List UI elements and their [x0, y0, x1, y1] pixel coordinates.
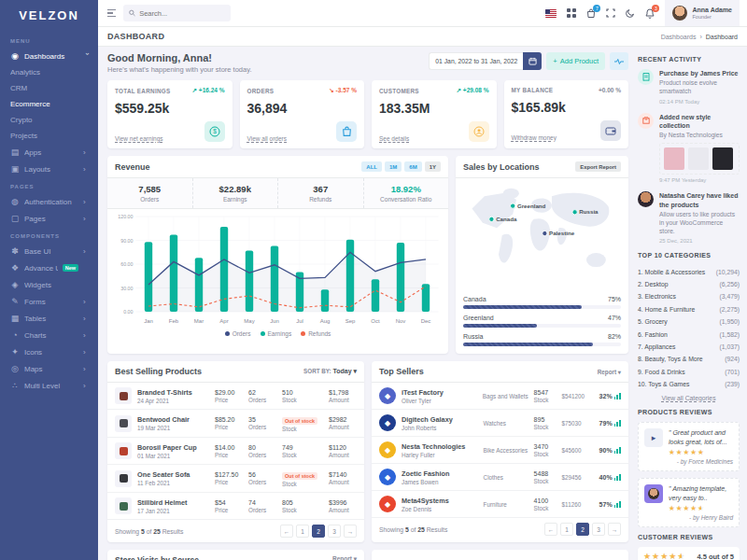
sidebar-item[interactable]: Projects: [0, 128, 98, 144]
svg-text:$: $: [213, 128, 217, 134]
withdraw-money-link[interactable]: Withdraw money: [512, 134, 557, 141]
add-product-button[interactable]: + Add Product: [546, 52, 605, 70]
sidebar-item[interactable]: Crypto: [0, 112, 98, 128]
multi-level-icon: ∴: [10, 381, 20, 390]
seller-row[interactable]: ◆ Meta4Systems Zoe Dennis Furniture 4100…: [372, 491, 628, 518]
page-3[interactable]: 3: [328, 525, 341, 538]
category-row[interactable]: 4. Home & Furniture (2,275): [638, 303, 740, 315]
page-next[interactable]: →: [608, 523, 621, 536]
sidebar-item[interactable]: ◍ Authentication: [0, 193, 98, 210]
apps-grid-icon[interactable]: [567, 8, 576, 18]
activity-item: Purchase by James Price Product noise ev…: [638, 69, 740, 105]
cart-icon[interactable]: 7: [586, 8, 596, 19]
sidebar-item[interactable]: Ecommerce: [0, 96, 98, 112]
activity-item: Natasha Carey have liked the products Al…: [638, 191, 740, 244]
page-3[interactable]: 3: [592, 523, 605, 536]
filter-all[interactable]: ALL: [361, 161, 382, 172]
category-row[interactable]: 8. Beauty, Toys & More (924): [638, 353, 740, 365]
page-title-bar: DASHBOARD Dashboards › Dashboard: [98, 26, 747, 47]
date-range-input[interactable]: 01 Jan, 2022 to 31 Jan, 2022: [429, 52, 523, 70]
calendar-button[interactable]: [523, 52, 542, 70]
see-details-link[interactable]: See details: [379, 135, 409, 142]
sort-by-dropdown[interactable]: SORT BY: Today ▾: [303, 368, 357, 375]
sidebar-item[interactable]: ∴ Multi Level: [0, 377, 98, 394]
chevron-icon: [83, 165, 91, 174]
product-photo[interactable]: [712, 147, 733, 170]
seller-row[interactable]: ◆ iTest Factory Oliver Tyler Bags and Wa…: [372, 383, 628, 410]
language-flag-icon[interactable]: [545, 9, 557, 18]
category-row[interactable]: 9. Food & Drinks (701): [638, 365, 740, 377]
category-row[interactable]: 7. Appliances (1,037): [638, 341, 740, 353]
product-photo[interactable]: [688, 147, 709, 170]
page-next[interactable]: →: [344, 525, 357, 538]
sidebar-item[interactable]: ◎ Maps: [0, 360, 98, 377]
seller-row[interactable]: ◆ Digitech Galaxy John Roberts Watches 8…: [372, 410, 628, 437]
sidebar-item-label: Apps: [24, 148, 78, 157]
activity-pulse-button[interactable]: [610, 52, 628, 70]
category-row[interactable]: 3. Electronics (3,479): [638, 290, 740, 302]
filter-1m[interactable]: 1M: [385, 161, 402, 172]
sidebar-item[interactable]: ✎ Forms: [0, 293, 98, 310]
sidebar-item-label: CRM: [10, 84, 78, 92]
svg-text:Oct: Oct: [371, 318, 380, 324]
content: Good Morning, Anna! Here's what's happen…: [98, 47, 747, 560]
chevron-icon: [83, 348, 91, 357]
notifications-bell-icon[interactable]: 3: [645, 8, 655, 19]
brand-logo[interactable]: VELZON: [0, 0, 98, 32]
sidebar-item-label: Maps: [24, 365, 78, 373]
reviewer-name: - by Henry Baird: [669, 514, 733, 521]
page-1[interactable]: 1: [296, 525, 309, 538]
sidebar-item[interactable]: ▣ Layouts: [0, 161, 98, 177]
product-row[interactable]: Stillbird Helmet 17 Jan 2021 $54Price 74…: [107, 493, 364, 520]
sidebar-item[interactable]: ◈ Widgets: [0, 276, 98, 293]
user-menu[interactable]: Anna Adame Founder: [665, 0, 740, 26]
trend-down-icon: ↘: [329, 87, 333, 93]
sidebar-item[interactable]: ❖ Advance UI New: [0, 259, 98, 276]
breadcrumb-parent[interactable]: Dashboards: [661, 34, 697, 40]
country-percent: 75%: [608, 296, 621, 302]
view-net-earnings-link[interactable]: View net earnings: [115, 135, 163, 142]
fullscreen-icon[interactable]: [606, 8, 615, 18]
category-row[interactable]: 2. Desktop (6,256): [638, 278, 740, 290]
search-input[interactable]: [139, 9, 225, 18]
sidebar-item[interactable]: ✦ Icons: [0, 343, 98, 360]
sidebar-item-label: Icons: [24, 348, 78, 357]
filter-6m[interactable]: 6M: [404, 161, 421, 172]
svg-text:60.00: 60.00: [120, 261, 133, 267]
seller-row[interactable]: ◆ Nesta Technologies Harley Fuller Bike …: [372, 437, 628, 464]
filter-1y[interactable]: 1Y: [425, 161, 441, 172]
sidebar-item[interactable]: ◔ Charts: [0, 327, 98, 343]
page-2[interactable]: 2: [576, 523, 589, 536]
product-row[interactable]: Bentwood Chair 19 Mar 2021 $85.20Price 3…: [107, 410, 364, 438]
page-prev[interactable]: ←: [280, 525, 293, 538]
page-2[interactable]: 2: [312, 525, 325, 538]
sidebar-item[interactable]: ▤ Apps: [0, 144, 98, 161]
sidebar-item[interactable]: ◉ Dashboards: [0, 48, 98, 64]
dark-mode-icon[interactable]: [626, 8, 635, 18]
world-map: Greenland Canada Russia Palestine: [461, 182, 623, 287]
page-1[interactable]: 1: [560, 523, 573, 536]
product-photo[interactable]: [664, 147, 684, 170]
product-row[interactable]: Borosil Paper Cup 01 Mar 2021 $14.00Pric…: [107, 438, 364, 465]
seller-row[interactable]: ◆ Zoetic Fashion James Bowen Clothes 548…: [372, 464, 628, 491]
product-row[interactable]: One Seater Sofa 11 Feb 2021 $127.50Price…: [107, 465, 364, 493]
sidebar-item[interactable]: ✽ Base UI: [0, 243, 98, 259]
category-row[interactable]: 10. Toys & Games (239): [638, 378, 740, 390]
sidebar-item[interactable]: ▢ Pages: [0, 210, 98, 227]
category-row[interactable]: 6. Fashion (1,582): [638, 328, 740, 340]
report-dropdown[interactable]: Report ▾: [598, 369, 621, 375]
report-dropdown[interactable]: Report ▾: [332, 555, 357, 559]
page-prev[interactable]: ←: [544, 523, 557, 536]
category-row[interactable]: 1. Mobile & Accessories (10,294): [638, 265, 740, 277]
icons-icon: ✦: [10, 347, 20, 357]
view-all-categories-link[interactable]: View all Categories: [638, 395, 740, 401]
sidebar-item[interactable]: CRM: [0, 80, 98, 96]
category-row[interactable]: 5. Grocery (1,950): [638, 315, 740, 328]
sidebar-item[interactable]: Analytics: [0, 64, 98, 80]
export-report-button[interactable]: Export Report: [575, 161, 621, 172]
product-row[interactable]: Branded T-Shirts 24 Apr 2021 $29.00Price…: [107, 383, 364, 410]
sidebar-item[interactable]: ▦ Tables: [0, 310, 98, 327]
stat-value: $559.25k: [115, 101, 225, 116]
view-all-orders-link[interactable]: View all orders: [247, 135, 288, 142]
hamburger-icon[interactable]: [107, 9, 116, 17]
